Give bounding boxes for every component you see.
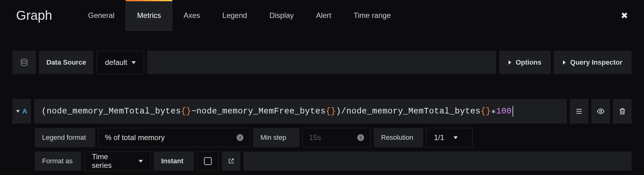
instant-label: Instant — [154, 152, 194, 171]
config-trail — [243, 152, 632, 171]
datasource-toolbar: Data Source default Options Query Inspec… — [0, 51, 644, 74]
tabs: General Metrics Axes Legend Display Aler… — [77, 0, 402, 31]
tab-general[interactable]: General — [77, 0, 126, 31]
panel-title: Graph — [16, 0, 52, 31]
query-letter: A — [22, 107, 27, 115]
datasource-icon — [12, 51, 36, 74]
triangle-right-icon — [563, 60, 566, 65]
query-row: A (node_memory_MemTotal_bytes{} − node_m… — [0, 99, 644, 124]
format-as-select[interactable]: Time series — [84, 152, 151, 171]
min-step-label: Min step — [253, 128, 299, 147]
query-menu-button[interactable] — [570, 99, 588, 124]
caret-down-icon — [131, 61, 136, 64]
delete-query-button[interactable] — [613, 99, 632, 124]
format-as-label: Format as — [35, 152, 81, 171]
info-icon[interactable]: i — [237, 134, 243, 141]
min-step-input[interactable]: 15s i — [303, 128, 371, 147]
query-toggle-button[interactable]: A — [12, 99, 31, 124]
checkbox-icon — [204, 157, 212, 165]
options-button[interactable]: Options — [499, 51, 551, 74]
datasource-value: default — [105, 58, 127, 67]
query-inspector-label: Query Inspector — [570, 58, 622, 66]
triangle-right-icon — [509, 60, 511, 65]
svg-point-4 — [600, 110, 602, 113]
caret-down-icon — [139, 160, 143, 163]
close-icon[interactable]: ✖ — [621, 0, 628, 31]
share-link-button[interactable] — [222, 152, 240, 171]
tab-metrics[interactable]: Metrics — [126, 0, 172, 31]
tab-alert[interactable]: Alert — [305, 0, 342, 31]
panel-header: Graph General Metrics Axes Legend Displa… — [0, 0, 644, 31]
legend-format-label: Legend format — [35, 128, 95, 147]
tab-timerange[interactable]: Time range — [342, 0, 402, 31]
datasource-label: Data Source — [39, 51, 93, 74]
config-row-1: Legend format % of total memory i Min st… — [0, 128, 644, 147]
datasource-select[interactable]: default — [97, 51, 144, 74]
legend-format-input[interactable]: % of total memory i — [98, 128, 250, 147]
tab-legend[interactable]: Legend — [211, 0, 258, 31]
caret-down-icon — [16, 110, 20, 113]
options-label: Options — [516, 58, 541, 66]
query-input[interactable]: (node_memory_MemTotal_bytes{} − node_mem… — [34, 99, 567, 124]
caret-down-icon — [453, 136, 458, 139]
resolution-select[interactable]: 1/1 — [426, 128, 473, 147]
info-icon[interactable]: i — [357, 134, 364, 141]
instant-toggle[interactable] — [197, 152, 219, 171]
toolbar-spacer — [147, 51, 496, 74]
config-row-2: Format as Time series Instant — [0, 152, 644, 171]
query-inspector-button[interactable]: Query Inspector — [554, 51, 632, 74]
svg-point-0 — [21, 59, 27, 61]
tab-axes[interactable]: Axes — [172, 0, 211, 31]
toggle-visibility-button[interactable] — [591, 99, 610, 124]
tab-display[interactable]: Display — [258, 0, 305, 31]
text-cursor — [513, 106, 513, 117]
resolution-label: Resolution — [374, 128, 423, 147]
